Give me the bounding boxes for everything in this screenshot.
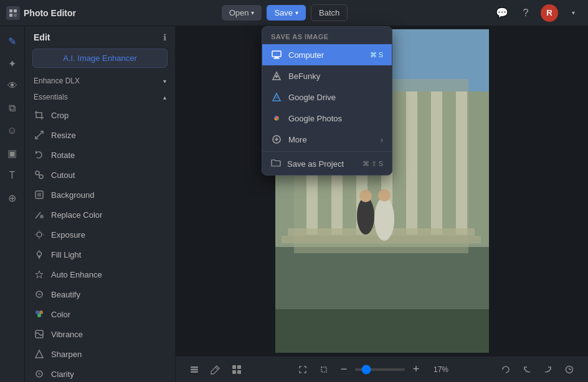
save-menu-item-computer[interactable]: Computer ⌘S bbox=[262, 44, 392, 65]
reset-icon[interactable] bbox=[497, 361, 514, 378]
history-icon[interactable] bbox=[561, 361, 578, 378]
tool-auto-enhance[interactable]: Auto Enhance bbox=[25, 264, 175, 284]
tool-exposure[interactable]: Exposure bbox=[25, 225, 175, 245]
avatar[interactable]: R bbox=[541, 4, 558, 22]
zoom-slider[interactable] bbox=[355, 368, 405, 371]
tool-replace-color[interactable]: Replace Color bbox=[25, 205, 175, 225]
tool-label: Resize bbox=[51, 131, 76, 140]
open-button[interactable]: Open ▾ bbox=[222, 5, 262, 21]
svg-rect-53 bbox=[275, 57, 278, 58]
undo-icon[interactable] bbox=[518, 361, 536, 378]
tool-label: Cutout bbox=[51, 170, 75, 180]
app-logo: Photo Editor bbox=[6, 6, 76, 20]
svg-line-10 bbox=[36, 212, 40, 218]
svg-rect-9 bbox=[37, 193, 41, 197]
tool-label: Clarity bbox=[51, 370, 74, 379]
chevron-up-icon: ▴ bbox=[163, 94, 166, 101]
save-as-project-item[interactable]: Save as Project ⌘⇧S bbox=[262, 153, 392, 175]
topbar-left: Photo Editor bbox=[6, 6, 76, 20]
svg-point-29 bbox=[38, 373, 40, 375]
background-icon bbox=[34, 189, 45, 200]
tool-label: Sharpen bbox=[51, 350, 82, 359]
tool-label: Color bbox=[51, 310, 70, 319]
svg-point-56 bbox=[275, 75, 278, 78]
chat-icon[interactable]: 💬 bbox=[493, 4, 511, 22]
tool-fill-light[interactable]: Fill Light bbox=[25, 245, 175, 264]
svg-line-66 bbox=[216, 367, 218, 370]
sidebar-item-more[interactable]: ⊕ bbox=[2, 188, 22, 208]
tool-background[interactable]: Background bbox=[25, 185, 175, 205]
svg-point-48 bbox=[359, 190, 372, 202]
essentials-section[interactable]: Essentials ▴ bbox=[25, 89, 175, 105]
tool-label: Rotate bbox=[51, 151, 75, 160]
tool-clarity[interactable]: Clarity bbox=[25, 364, 175, 382]
sidebar-item-layers[interactable]: ⧉ bbox=[2, 98, 22, 118]
save-button[interactable]: Save ▾ bbox=[267, 5, 306, 21]
main: ✎ ✦ 👁 ⧉ ☺ ▣ T ⊕ Edit ℹ A.I. Image Enhanc… bbox=[0, 26, 588, 382]
tool-cutout[interactable]: Cutout bbox=[25, 165, 175, 185]
layers-icon[interactable] bbox=[186, 361, 203, 378]
svg-rect-65 bbox=[191, 371, 198, 373]
sidebar-item-text[interactable]: T bbox=[2, 165, 22, 185]
enhance-dlx-section[interactable]: Enhance DLX ▾ bbox=[25, 73, 175, 89]
svg-rect-52 bbox=[272, 51, 281, 57]
save-menu-item-befunky[interactable]: BeFunky bbox=[262, 65, 392, 86]
sidebar-item-effects[interactable]: ✦ bbox=[2, 54, 22, 73]
menu-divider bbox=[262, 151, 392, 152]
tool-crop[interactable]: Crop bbox=[25, 105, 175, 125]
app-title: Photo Editor bbox=[24, 8, 76, 18]
chevron-down-icon: ▾ bbox=[251, 9, 254, 16]
svg-rect-67 bbox=[232, 365, 236, 369]
panel-header: Edit ℹ bbox=[25, 26, 175, 46]
tool-color[interactable]: Color bbox=[25, 304, 175, 324]
save-menu: Save as Image Computer ⌘S bbox=[262, 26, 392, 175]
tool-beautify[interactable]: Beautify bbox=[25, 284, 175, 304]
svg-marker-58 bbox=[273, 93, 280, 99]
svg-marker-27 bbox=[36, 350, 43, 358]
sharpen-icon bbox=[34, 348, 45, 360]
sidebar-item-frames[interactable]: ▣ bbox=[2, 143, 22, 163]
chevron-down-icon: ▾ bbox=[163, 78, 166, 85]
tool-rotate[interactable]: Rotate bbox=[25, 145, 175, 165]
save-menu-item-gdrive[interactable]: Google Drive bbox=[262, 86, 392, 108]
redo-icon[interactable] bbox=[539, 361, 557, 378]
svg-point-23 bbox=[36, 310, 39, 314]
svg-marker-21 bbox=[36, 271, 43, 278]
project-shortcut: ⌘⇧S bbox=[363, 160, 383, 168]
svg-rect-69 bbox=[232, 370, 236, 374]
sidebar-item-emoji[interactable]: ☺ bbox=[2, 121, 22, 141]
sidebar-item-view[interactable]: 👁 bbox=[2, 76, 22, 96]
crop-icon[interactable] bbox=[315, 361, 333, 378]
info-icon[interactable]: ℹ bbox=[163, 32, 166, 42]
tool-sharpen[interactable]: Sharpen bbox=[25, 344, 175, 364]
svg-rect-63 bbox=[191, 366, 198, 368]
gdrive-icon bbox=[271, 91, 282, 103]
zoom-out-button[interactable]: − bbox=[336, 362, 351, 377]
tool-resize[interactable]: Resize bbox=[25, 125, 175, 145]
svg-rect-0 bbox=[9, 9, 12, 12]
tool-label: Replace Color bbox=[51, 210, 102, 220]
arrow-right-icon: › bbox=[381, 135, 383, 144]
bottom-bar: − + 17% bbox=[176, 356, 588, 382]
save-menu-item-more[interactable]: More › bbox=[262, 129, 392, 150]
chevron-down-icon[interactable]: ▾ bbox=[564, 4, 582, 22]
svg-marker-4 bbox=[36, 151, 37, 154]
tool-vibrance[interactable]: Vibrance bbox=[25, 324, 175, 344]
zoom-in-button[interactable]: + bbox=[409, 362, 424, 377]
svg-point-24 bbox=[39, 310, 43, 314]
bottom-right bbox=[497, 361, 578, 378]
canvas-area: Save as Image Computer ⌘S bbox=[176, 26, 588, 382]
save-menu-item-gphotos[interactable]: Google Photos bbox=[262, 108, 392, 129]
pen-icon[interactable] bbox=[207, 361, 224, 378]
topbar-center: Open ▾ Save ▾ Batch bbox=[81, 4, 488, 21]
grid-icon[interactable] bbox=[228, 361, 245, 378]
svg-rect-70 bbox=[237, 370, 241, 374]
fit-icon[interactable] bbox=[294, 361, 311, 378]
svg-rect-3 bbox=[14, 14, 17, 17]
batch-button[interactable]: Batch bbox=[311, 4, 348, 21]
ai-enhancer-button[interactable]: A.I. Image Enhancer bbox=[32, 49, 168, 68]
svg-rect-44 bbox=[456, 91, 467, 235]
help-icon[interactable]: ? bbox=[517, 4, 534, 22]
svg-rect-43 bbox=[431, 91, 442, 235]
sidebar-item-edit[interactable]: ✎ bbox=[2, 31, 22, 51]
